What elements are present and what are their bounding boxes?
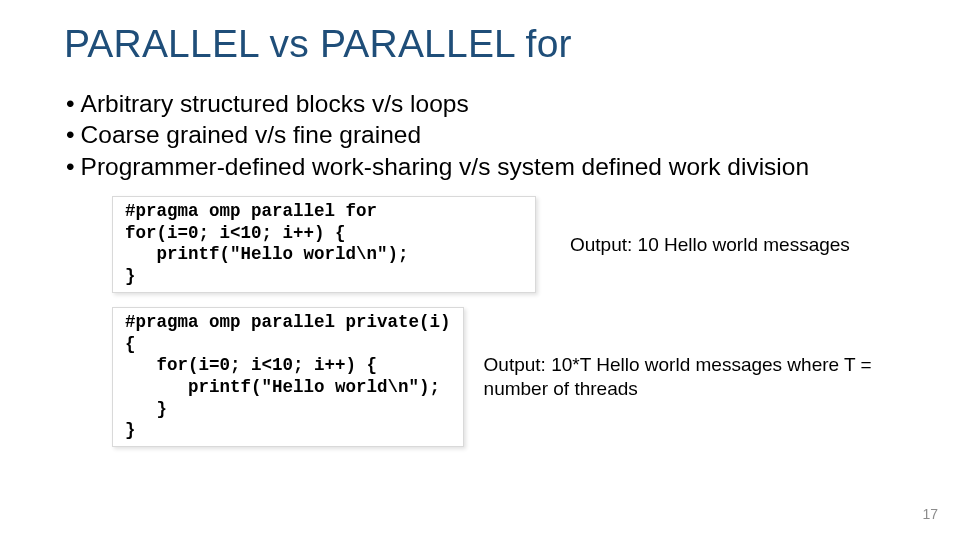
bullet-item: • Programmer-defined work-sharing v/s sy… xyxy=(64,151,896,182)
example-row-2: #pragma omp parallel private(i) { for(i=… xyxy=(64,307,896,447)
bullet-text: Arbitrary structured blocks v/s loops xyxy=(81,88,469,119)
bullet-text: Programmer-defined work-sharing v/s syst… xyxy=(81,151,809,182)
page-title: PARALLEL vs PARALLEL for xyxy=(64,22,896,66)
output-text-1: Output: 10 Hello world messages xyxy=(570,233,850,257)
code-block-parallel-private: #pragma omp parallel private(i) { for(i=… xyxy=(112,307,464,447)
page-number: 17 xyxy=(922,506,938,522)
example-row-1: #pragma omp parallel for for(i=0; i<10; … xyxy=(64,196,896,293)
bullet-dot-icon: • xyxy=(66,119,75,150)
bullet-list: • Arbitrary structured blocks v/s loops … xyxy=(64,88,896,182)
bullet-dot-icon: • xyxy=(66,151,75,182)
slide: PARALLEL vs PARALLEL for • Arbitrary str… xyxy=(0,0,960,540)
output-text-2: Output: 10*T Hello world messages where … xyxy=(484,353,896,401)
bullet-text: Coarse grained v/s fine grained xyxy=(81,119,421,150)
bullet-dot-icon: • xyxy=(66,88,75,119)
bullet-item: • Coarse grained v/s fine grained xyxy=(64,119,896,150)
bullet-item: • Arbitrary structured blocks v/s loops xyxy=(64,88,896,119)
code-block-parallel-for: #pragma omp parallel for for(i=0; i<10; … xyxy=(112,196,536,293)
